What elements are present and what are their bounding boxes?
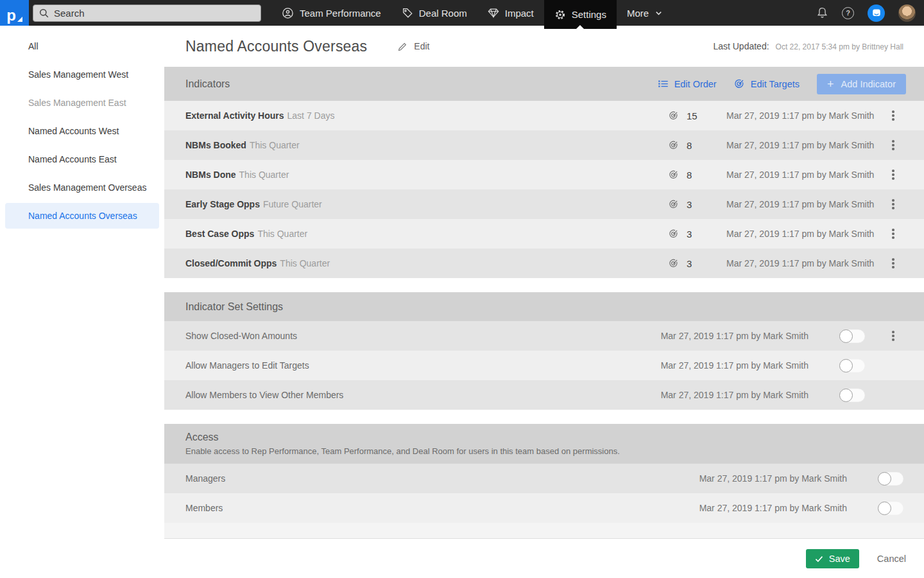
list-order-icon (658, 78, 669, 89)
toggle-members-view-members[interactable] (839, 389, 865, 402)
primary-nav: Team Performance Deal Room (271, 0, 673, 26)
nav-settings[interactable]: Settings (544, 0, 617, 29)
app-logo-letter: p (6, 8, 16, 22)
indicator-target: 8 (669, 170, 726, 180)
indicators-section-title: Indicators (185, 78, 230, 90)
row-menu-kebab-icon[interactable] (889, 137, 897, 153)
edit-order-button[interactable]: Edit Order (658, 78, 717, 89)
access-section-header: Access Enable access to Rep Performance,… (164, 424, 924, 464)
edit-targets-button[interactable]: Edit Targets (734, 78, 800, 89)
user-avatar[interactable] (898, 4, 916, 22)
indicator-name: NBMs Done (185, 170, 236, 180)
indicators-actions: Edit Order Edit Targets (658, 74, 906, 94)
setting-updated: Mar 27, 2019 1:17 pm by Mark Smith (661, 360, 809, 371)
sidebar-item-sales-management-overseas[interactable]: Sales Management Overseas (5, 175, 159, 200)
sidebar-item-sales-management-east[interactable]: Sales Management East (5, 90, 159, 116)
team-performance-icon (282, 7, 294, 19)
indicator-qualifier: This Quarter (239, 170, 289, 180)
row-menu-kebab-icon[interactable] (889, 328, 897, 344)
sidebar-item-named-accounts-east[interactable]: Named Accounts East (5, 146, 159, 172)
sidebar-item-named-accounts-overseas[interactable]: Named Accounts Overseas (5, 203, 159, 229)
row-menu-kebab-icon[interactable] (889, 108, 897, 123)
indicator-updated: Mar 27, 2019 1:17 pm by Mark Smith (726, 258, 880, 268)
add-indicator-label: Add Indicator (841, 79, 896, 89)
save-button[interactable]: Save (806, 549, 859, 568)
topbar-utilities: ? (816, 4, 924, 22)
indicator-target: 3 (669, 199, 726, 210)
indicator-updated: Mar 27, 2019 1:17 pm by Mark Smith (726, 170, 880, 180)
global-search[interactable] (33, 4, 261, 22)
indicator-name: Closed/Commit Opps (185, 258, 277, 268)
indicator-row: Early Stage Opps Future Quarter 3 Mar 27… (164, 189, 924, 219)
toggle-members-access[interactable] (878, 502, 903, 515)
chat-messenger-icon[interactable] (868, 4, 885, 22)
indicator-updated: Mar 27, 2019 1:17 pm by Mark Smith (726, 199, 880, 209)
indicator-name: NBMs Booked (185, 140, 246, 150)
search-input[interactable] (54, 8, 255, 19)
indicator-set-settings-title: Indicator Set Settings (185, 301, 283, 313)
nav-impact[interactable]: Impact (477, 0, 544, 26)
access-label: Managers (185, 473, 225, 484)
indicator-target: 3 (669, 229, 726, 240)
impact-icon (488, 7, 499, 19)
page-header: Named Accounts Overseas Edit Last Update… (164, 26, 924, 67)
indicator-qualifier: This Quarter (257, 229, 307, 239)
footer-actions: Save Cancel (164, 539, 924, 568)
indicator-updated: Mar 27, 2019 1:17 pm by Mark Smith (726, 110, 880, 121)
indicators-section-header: Indicators Edit Order (164, 67, 924, 101)
sidebar-item-named-accounts-west[interactable]: Named Accounts West (5, 118, 159, 144)
access-updated: Mar 27, 2019 1:17 pm by Mark Smith (699, 503, 847, 513)
indicator-target: 15 (669, 110, 726, 121)
indicator-target: 8 (669, 140, 726, 151)
target-icon (669, 229, 679, 239)
cancel-button[interactable]: Cancel (877, 554, 906, 564)
access-row: Managers Mar 27, 2019 1:17 pm by Mark Sm… (164, 464, 924, 493)
help-icon[interactable]: ? (842, 7, 854, 19)
indicator-name: Early Stage Opps (185, 199, 260, 209)
setting-updated: Mar 27, 2019 1:17 pm by Mark Smith (661, 331, 809, 341)
row-menu-kebab-icon[interactable] (889, 226, 897, 241)
nav-label: More (627, 8, 649, 19)
search-icon (39, 8, 49, 18)
nav-more[interactable]: More (617, 0, 673, 26)
indicator-updated: Mar 27, 2019 1:17 pm by Mark Smith (726, 140, 880, 150)
edit-label: Edit (414, 41, 429, 51)
target-value: 8 (687, 170, 692, 180)
main-content: Named Accounts Overseas Edit Last Update… (164, 26, 924, 578)
access-section-title: Access (185, 432, 906, 443)
sidebar-item-sales-management-west[interactable]: Sales Management West (5, 62, 159, 87)
chevron-down-icon (654, 9, 663, 17)
content-bottom-strip (164, 523, 924, 539)
indicator-name: External Activity Hours (185, 110, 284, 121)
setting-label: Allow Managers to Edit Targets (185, 360, 309, 371)
edit-team-name-button[interactable]: Edit (398, 41, 429, 51)
edit-order-label: Edit Order (674, 79, 717, 89)
add-indicator-button[interactable]: + Add Indicator (817, 74, 906, 94)
app-screen: p Team Performance (0, 0, 924, 578)
nav-label: Deal Room (419, 8, 467, 19)
toggle-show-closed-won[interactable] (839, 329, 865, 343)
plus-icon: + (827, 78, 834, 90)
nav-deal-room[interactable]: Deal Room (391, 0, 477, 26)
toggle-managers-access[interactable] (878, 472, 903, 486)
indicator-row: Closed/Commit Opps This Quarter 3 Mar 27… (164, 249, 924, 278)
settings-gear-icon (554, 9, 566, 21)
toggle-managers-edit-targets[interactable] (839, 359, 865, 372)
access-section-description: Enable access to Rep Performance, Team P… (185, 446, 906, 456)
target-value: 3 (687, 258, 692, 269)
app-logo[interactable]: p (0, 0, 29, 26)
edit-targets-label: Edit Targets (751, 79, 800, 89)
notifications-bell-icon[interactable] (816, 6, 828, 19)
row-menu-kebab-icon[interactable] (889, 197, 897, 212)
target-icon (669, 170, 679, 180)
access-row: Members Mar 27, 2019 1:17 pm by Mark Smi… (164, 493, 924, 523)
indicator-name: Best Case Opps (185, 229, 254, 239)
app-logo-dot (17, 17, 22, 22)
indicator-row: Best Case Opps This Quarter 3 Mar 27, 20… (164, 219, 924, 249)
nav-team-performance[interactable]: Team Performance (271, 0, 391, 26)
row-menu-kebab-icon[interactable] (889, 256, 897, 271)
nav-label: Impact (505, 8, 534, 19)
sidebar-item-all[interactable]: All (5, 33, 159, 59)
row-menu-kebab-icon[interactable] (889, 167, 897, 182)
setting-row: Allow Managers to Edit Targets Mar 27, 2… (164, 351, 924, 380)
